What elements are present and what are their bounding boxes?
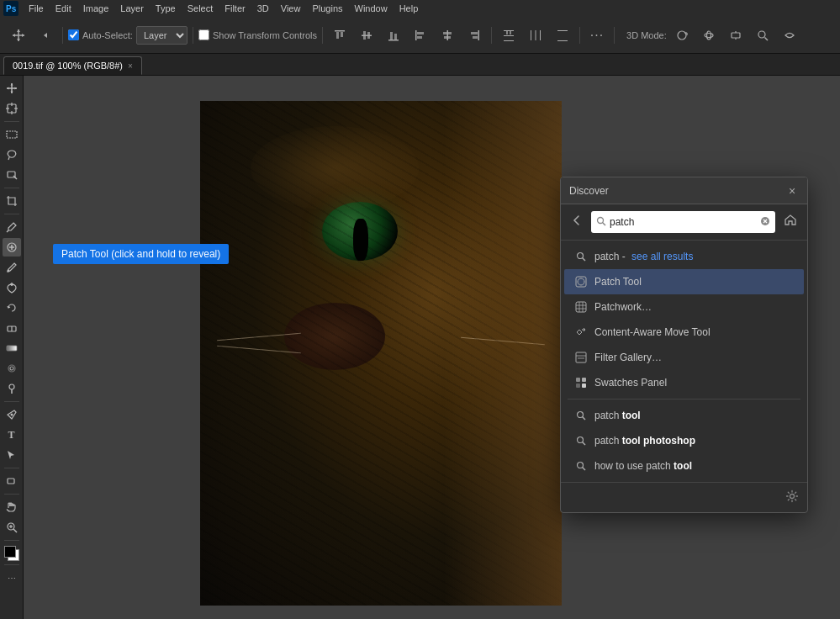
align-hcenter-btn[interactable] (436, 24, 459, 47)
menu-file[interactable]: File (24, 2, 49, 15)
tools-more-btn[interactable] (34, 24, 57, 47)
svg-point-34 (758, 31, 765, 38)
svg-rect-50 (7, 346, 17, 351)
svg-rect-27 (540, 30, 541, 40)
3d-rotate-btn[interactable] (670, 24, 694, 47)
result-patchwork[interactable]: Patchwork… (564, 294, 804, 320)
align-bottom-btn[interactable] (382, 24, 405, 47)
tool-crop[interactable] (3, 192, 21, 210)
menu-help[interactable]: Help (394, 2, 424, 15)
result-swatches-panel[interactable]: Swatches Panel (564, 370, 804, 395)
tool-hand[interactable] (3, 498, 21, 516)
svg-rect-82 (576, 384, 580, 388)
canvas-area: Patch Tool (click and hold to reveal) Di… (24, 76, 840, 619)
discover-search-clear-btn[interactable] (760, 216, 770, 229)
tool-gradient[interactable] (3, 339, 21, 357)
discover-back-btn[interactable] (568, 213, 586, 231)
svg-point-53 (10, 367, 13, 370)
menu-view[interactable]: View (276, 2, 306, 15)
svg-point-84 (578, 412, 584, 418)
search-icon-4 (574, 459, 588, 473)
transform-checkbox[interactable] (198, 29, 209, 40)
results-separator (568, 399, 800, 399)
tool-object-select[interactable] (3, 166, 21, 184)
more-options-btn[interactable]: ··· (585, 24, 609, 47)
tool-pen[interactable] (3, 405, 21, 424)
3d-orbit-btn[interactable] (697, 24, 721, 47)
result-patch-tool[interactable]: Patch Tool (564, 269, 804, 294)
svg-rect-18 (471, 32, 478, 34)
menu-plugins[interactable]: Plugins (307, 2, 347, 15)
tool-icon (574, 275, 588, 288)
result-content-aware[interactable]: Content-Aware Move Tool (564, 320, 804, 345)
menu-window[interactable]: Window (350, 2, 393, 15)
active-tab[interactable]: 0019.tif @ 100% (RGB/8#) × (3, 56, 142, 75)
patch-tool-text: Patch Tool (594, 276, 794, 288)
tool-dodge[interactable] (3, 379, 21, 398)
align-right-btn[interactable] (462, 24, 486, 47)
tool-shape[interactable] (3, 472, 21, 490)
menu-filter[interactable]: Filter (219, 2, 250, 15)
auto-select-dropdown[interactable]: Layer Group (136, 26, 188, 45)
color-swatches[interactable] (4, 546, 19, 561)
distribute-bottom-btn[interactable] (551, 24, 574, 47)
menu-image[interactable]: Image (78, 2, 114, 15)
svg-rect-17 (478, 30, 480, 40)
result-patch-tool-search[interactable]: patch tool (564, 403, 804, 428)
settings-gear-btn[interactable] (785, 489, 799, 505)
3d-pan-btn[interactable] (724, 24, 748, 47)
filter-gallery-icon (574, 351, 588, 364)
discover-search-input[interactable] (610, 216, 757, 228)
svg-rect-24 (510, 31, 511, 34)
move-tool-btn[interactable] (7, 24, 30, 47)
menu-3d[interactable]: 3D (252, 2, 274, 15)
tool-marquee-rect[interactable] (3, 125, 21, 144)
align-top-btn[interactable] (328, 24, 351, 47)
discover-close-btn[interactable]: × (785, 184, 799, 198)
tab-close-btn[interactable]: × (128, 61, 133, 71)
tool-healing[interactable] (3, 238, 21, 257)
svg-rect-10 (394, 34, 397, 40)
discover-home-btn[interactable] (780, 212, 800, 232)
tool-blur[interactable] (3, 359, 21, 378)
tool-artboard[interactable] (3, 99, 21, 118)
toolbar-sep-3 (322, 27, 323, 44)
menu-select[interactable]: Select (182, 2, 219, 15)
3d-roll-btn[interactable] (778, 24, 801, 47)
menu-edit[interactable]: Edit (50, 2, 77, 15)
tool-brush[interactable] (3, 258, 21, 277)
result-see-all[interactable]: patch - see all results (564, 244, 804, 269)
tool-text[interactable]: T (3, 426, 21, 444)
tool-clone[interactable] (3, 278, 21, 297)
tool-move[interactable] (3, 79, 21, 98)
tool-zoom[interactable] (3, 518, 21, 537)
svg-rect-15 (443, 32, 452, 34)
menu-type[interactable]: Type (151, 2, 181, 15)
align-vcenter-btn[interactable] (355, 24, 378, 47)
tool-lasso[interactable] (3, 145, 21, 164)
3d-zoom-btn[interactable] (751, 24, 774, 47)
result-filter-gallery[interactable]: Filter Gallery… (564, 345, 804, 370)
tool-sep-2 (4, 188, 19, 188)
content-aware-text: Content-Aware Move Tool (594, 326, 794, 338)
tool-eyedropper[interactable] (3, 218, 21, 236)
tool-eraser[interactable] (3, 319, 21, 337)
search-icon-3 (574, 434, 588, 447)
discover-search-bar (561, 204, 807, 241)
svg-rect-22 (504, 40, 514, 41)
auto-select-checkbox[interactable] (68, 29, 79, 40)
svg-rect-29 (557, 40, 568, 41)
tool-path-select[interactable] (3, 446, 21, 464)
tool-history-brush[interactable] (3, 299, 21, 317)
result-patch-tool-photoshop[interactable]: patch tool photoshop (564, 428, 804, 453)
menu-layer[interactable]: Layer (115, 2, 149, 15)
svg-point-90 (790, 495, 795, 499)
tool-more-options[interactable]: ⋯ (3, 569, 21, 587)
distribute-vcenter-btn[interactable] (524, 24, 547, 47)
svg-rect-25 (531, 30, 531, 40)
options-toolbar: Auto-Select: Layer Group Show Transform … (0, 17, 840, 54)
align-left-btn[interactable] (409, 24, 432, 47)
cat-face (200, 101, 562, 606)
distribute-top-btn[interactable] (497, 24, 520, 47)
result-how-patch-tool[interactable]: how to use patch tool (564, 453, 804, 479)
